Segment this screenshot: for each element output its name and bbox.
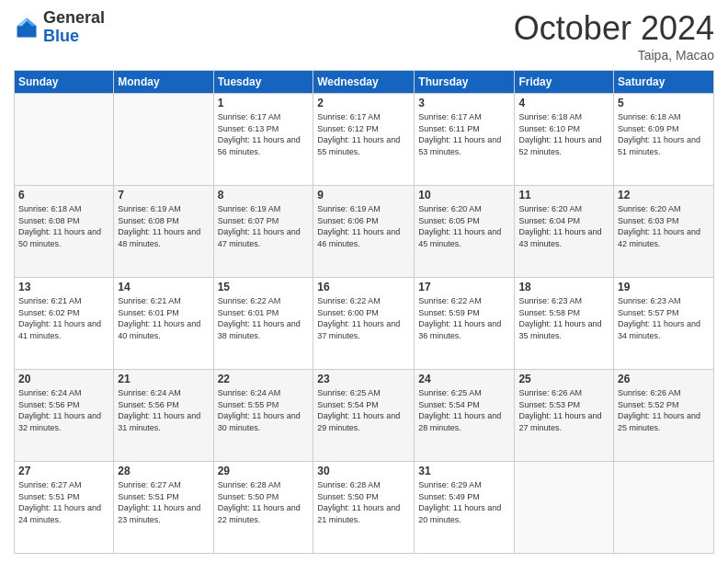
day-cell: 17Sunrise: 6:22 AM Sunset: 5:59 PM Dayli… — [415, 278, 515, 370]
weekday-header-thursday: Thursday — [415, 71, 515, 94]
day-info: Sunrise: 6:19 AM Sunset: 6:07 PM Dayligh… — [218, 203, 310, 249]
day-number: 13 — [18, 281, 109, 293]
day-cell: 13Sunrise: 6:21 AM Sunset: 6:02 PM Dayli… — [15, 278, 114, 370]
day-info: Sunrise: 6:22 AM Sunset: 6:00 PM Dayligh… — [317, 295, 410, 341]
day-info: Sunrise: 6:29 AM Sunset: 5:49 PM Dayligh… — [418, 479, 510, 525]
day-cell: 3Sunrise: 6:17 AM Sunset: 6:11 PM Daylig… — [415, 94, 515, 186]
day-number: 29 — [218, 465, 310, 477]
day-number: 2 — [317, 97, 410, 109]
day-number: 15 — [218, 281, 310, 293]
day-info: Sunrise: 6:20 AM Sunset: 6:05 PM Dayligh… — [418, 203, 510, 249]
day-number: 10 — [418, 189, 510, 201]
location-subtitle: Taipa, Macao — [514, 48, 714, 63]
weekday-header-sunday: Sunday — [15, 71, 114, 94]
day-cell: 26Sunrise: 6:26 AM Sunset: 5:52 PM Dayli… — [614, 370, 714, 462]
day-number: 14 — [118, 281, 209, 293]
day-cell: 12Sunrise: 6:20 AM Sunset: 6:03 PM Dayli… — [614, 186, 714, 278]
logo-general-text: General — [43, 8, 105, 27]
day-cell: 23Sunrise: 6:25 AM Sunset: 5:54 PM Dayli… — [313, 370, 415, 462]
day-cell: 1Sunrise: 6:17 AM Sunset: 6:13 PM Daylig… — [213, 94, 313, 186]
weekday-header-friday: Friday — [515, 71, 614, 94]
day-number: 7 — [118, 189, 209, 201]
week-row-2: 6Sunrise: 6:18 AM Sunset: 6:08 PM Daylig… — [15, 186, 714, 278]
day-number: 23 — [317, 373, 410, 385]
day-info: Sunrise: 6:26 AM Sunset: 5:53 PM Dayligh… — [518, 387, 609, 433]
day-number: 18 — [518, 281, 609, 293]
day-cell: 2Sunrise: 6:17 AM Sunset: 6:12 PM Daylig… — [313, 94, 415, 186]
day-info: Sunrise: 6:24 AM Sunset: 5:55 PM Dayligh… — [218, 387, 310, 433]
day-cell: 4Sunrise: 6:18 AM Sunset: 6:10 PM Daylig… — [515, 94, 614, 186]
weekday-header-monday: Monday — [114, 71, 213, 94]
day-cell: 22Sunrise: 6:24 AM Sunset: 5:55 PM Dayli… — [213, 370, 313, 462]
day-cell: 5Sunrise: 6:18 AM Sunset: 6:09 PM Daylig… — [614, 94, 714, 186]
day-info: Sunrise: 6:27 AM Sunset: 5:51 PM Dayligh… — [118, 479, 209, 525]
day-number: 30 — [317, 465, 410, 477]
day-cell: 18Sunrise: 6:23 AM Sunset: 5:58 PM Dayli… — [515, 278, 614, 370]
week-row-3: 13Sunrise: 6:21 AM Sunset: 6:02 PM Dayli… — [15, 278, 714, 370]
day-info: Sunrise: 6:24 AM Sunset: 5:56 PM Dayligh… — [18, 387, 109, 433]
day-info: Sunrise: 6:26 AM Sunset: 5:52 PM Dayligh… — [618, 387, 710, 433]
day-info: Sunrise: 6:21 AM Sunset: 6:02 PM Dayligh… — [18, 295, 109, 341]
day-info: Sunrise: 6:17 AM Sunset: 6:13 PM Dayligh… — [218, 111, 310, 157]
day-info: Sunrise: 6:28 AM Sunset: 5:50 PM Dayligh… — [218, 479, 310, 525]
day-cell: 10Sunrise: 6:20 AM Sunset: 6:05 PM Dayli… — [415, 186, 515, 278]
day-number: 16 — [317, 281, 410, 293]
weekday-header-row: SundayMondayTuesdayWednesdayThursdayFrid… — [15, 71, 714, 94]
day-cell: 7Sunrise: 6:19 AM Sunset: 6:08 PM Daylig… — [114, 186, 213, 278]
day-info: Sunrise: 6:20 AM Sunset: 6:04 PM Dayligh… — [518, 203, 609, 249]
day-info: Sunrise: 6:20 AM Sunset: 6:03 PM Dayligh… — [618, 203, 710, 249]
day-info: Sunrise: 6:28 AM Sunset: 5:50 PM Dayligh… — [317, 479, 410, 525]
logo: General Blue — [14, 9, 105, 46]
day-cell: 29Sunrise: 6:28 AM Sunset: 5:50 PM Dayli… — [213, 462, 313, 554]
day-cell: 31Sunrise: 6:29 AM Sunset: 5:49 PM Dayli… — [415, 462, 515, 554]
week-row-4: 20Sunrise: 6:24 AM Sunset: 5:56 PM Dayli… — [15, 370, 714, 462]
day-info: Sunrise: 6:17 AM Sunset: 6:11 PM Dayligh… — [418, 111, 510, 157]
day-cell: 20Sunrise: 6:24 AM Sunset: 5:56 PM Dayli… — [15, 370, 114, 462]
day-number: 1 — [218, 97, 310, 109]
day-cell: 19Sunrise: 6:23 AM Sunset: 5:57 PM Dayli… — [614, 278, 714, 370]
day-number: 19 — [618, 281, 710, 293]
day-info: Sunrise: 6:25 AM Sunset: 5:54 PM Dayligh… — [418, 387, 510, 433]
day-number: 4 — [518, 97, 609, 109]
week-row-1: 1Sunrise: 6:17 AM Sunset: 6:13 PM Daylig… — [15, 94, 714, 186]
day-info: Sunrise: 6:19 AM Sunset: 6:06 PM Dayligh… — [317, 203, 410, 249]
logo-blue-text: Blue — [43, 27, 79, 45]
day-info: Sunrise: 6:27 AM Sunset: 5:51 PM Dayligh… — [18, 479, 109, 525]
header: General Blue October 2024 Taipa, Macao — [14, 9, 714, 63]
day-number: 9 — [317, 189, 410, 201]
calendar: SundayMondayTuesdayWednesdayThursdayFrid… — [14, 70, 714, 554]
page: General Blue October 2024 Taipa, Macao S… — [0, 0, 728, 563]
day-number: 22 — [218, 373, 310, 385]
day-cell — [15, 94, 114, 186]
day-number: 26 — [618, 373, 710, 385]
day-info: Sunrise: 6:18 AM Sunset: 6:10 PM Dayligh… — [518, 111, 609, 157]
day-number: 28 — [118, 465, 209, 477]
day-cell: 11Sunrise: 6:20 AM Sunset: 6:04 PM Dayli… — [515, 186, 614, 278]
day-number: 20 — [18, 373, 109, 385]
day-cell: 14Sunrise: 6:21 AM Sunset: 6:01 PM Dayli… — [114, 278, 213, 370]
day-cell: 6Sunrise: 6:18 AM Sunset: 6:08 PM Daylig… — [15, 186, 114, 278]
day-cell — [114, 94, 213, 186]
day-info: Sunrise: 6:17 AM Sunset: 6:12 PM Dayligh… — [317, 111, 410, 157]
day-info: Sunrise: 6:23 AM Sunset: 5:57 PM Dayligh… — [618, 295, 710, 341]
logo-text: General Blue — [43, 9, 105, 46]
day-number: 12 — [618, 189, 710, 201]
title-block: October 2024 Taipa, Macao — [514, 9, 714, 63]
day-cell: 15Sunrise: 6:22 AM Sunset: 6:01 PM Dayli… — [213, 278, 313, 370]
day-number: 21 — [118, 373, 209, 385]
day-number: 27 — [18, 465, 109, 477]
day-info: Sunrise: 6:22 AM Sunset: 5:59 PM Dayligh… — [418, 295, 510, 341]
day-cell: 25Sunrise: 6:26 AM Sunset: 5:53 PM Dayli… — [515, 370, 614, 462]
day-number: 5 — [618, 97, 710, 109]
day-info: Sunrise: 6:18 AM Sunset: 6:09 PM Dayligh… — [618, 111, 710, 157]
day-cell: 16Sunrise: 6:22 AM Sunset: 6:00 PM Dayli… — [313, 278, 415, 370]
day-info: Sunrise: 6:23 AM Sunset: 5:58 PM Dayligh… — [518, 295, 609, 341]
week-row-5: 27Sunrise: 6:27 AM Sunset: 5:51 PM Dayli… — [15, 462, 714, 554]
day-number: 25 — [518, 373, 609, 385]
day-info: Sunrise: 6:21 AM Sunset: 6:01 PM Dayligh… — [118, 295, 209, 341]
day-cell: 30Sunrise: 6:28 AM Sunset: 5:50 PM Dayli… — [313, 462, 415, 554]
day-info: Sunrise: 6:24 AM Sunset: 5:56 PM Dayligh… — [118, 387, 209, 433]
day-cell: 28Sunrise: 6:27 AM Sunset: 5:51 PM Dayli… — [114, 462, 213, 554]
day-cell: 24Sunrise: 6:25 AM Sunset: 5:54 PM Dayli… — [415, 370, 515, 462]
logo-icon — [14, 15, 40, 40]
